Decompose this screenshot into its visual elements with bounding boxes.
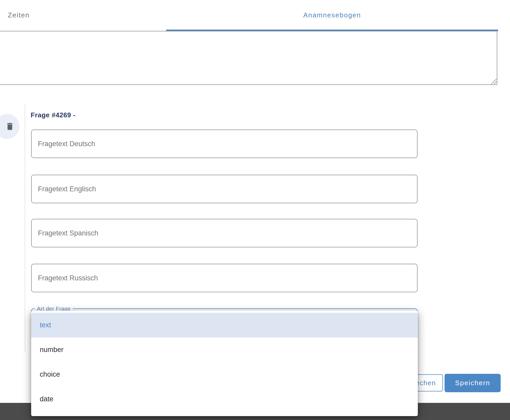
menu-option-date[interactable]: date [31,387,418,411]
tab-zeiten[interactable]: Zeiten [8,11,30,19]
save-button[interactable]: Speichern [445,374,501,392]
description-textarea[interactable] [0,31,497,85]
question-text-es-input[interactable] [31,219,418,247]
menu-option-text[interactable]: text [31,313,418,337]
question-text-de-input[interactable] [31,130,418,158]
question-block-divider [25,103,25,352]
question-type-menu: text number choice date [31,311,418,416]
trash-icon [5,122,15,131]
question-text-en-input[interactable] [31,175,418,203]
question-title: Frage #4269 - [31,111,76,119]
menu-option-choice[interactable]: choice [31,362,418,387]
tab-anamnesebogen[interactable]: Anamnesebogen [166,11,498,19]
menu-option-number[interactable]: number [31,337,418,362]
delete-question-button[interactable] [0,114,19,139]
dialog: Zeiten Anamnesebogen Frage #4269 - Art d… [0,0,510,420]
question-text-ru-input[interactable] [31,264,418,292]
